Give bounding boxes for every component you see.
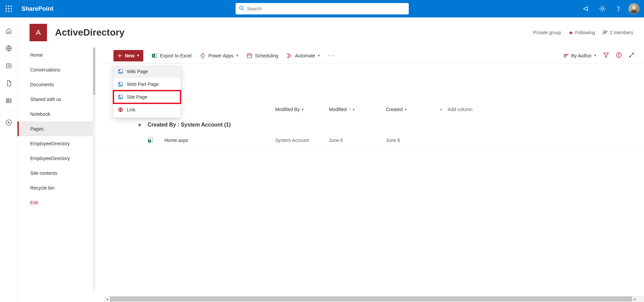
appbar-news[interactable] — [0, 57, 17, 74]
excel-icon: X — [151, 53, 157, 59]
appbar-create[interactable] — [0, 114, 17, 131]
site-header: A ActiveDirectory Private group ★ Follow… — [17, 17, 644, 48]
nav-item-shared-with-us[interactable]: Shared with us — [17, 92, 95, 107]
svg-point-5 — [11, 8, 12, 9]
chevron-down-icon[interactable]: ▾ — [137, 122, 142, 128]
appbar-home[interactable] — [0, 22, 17, 40]
nav-item-recycle-bin[interactable]: Recycle bin — [17, 181, 95, 195]
members-button[interactable]: 2 members — [602, 30, 633, 35]
site-title[interactable]: ActiveDirectory — [55, 27, 125, 38]
megaphone-icon — [583, 5, 590, 12]
scheduling-button[interactable]: Scheduling — [246, 53, 278, 59]
scroll-thumb[interactable] — [110, 297, 632, 301]
home-icon — [5, 28, 12, 34]
user-avatar[interactable] — [629, 3, 639, 14]
appbar-files[interactable] — [0, 74, 17, 92]
svg-rect-18 — [6, 99, 11, 103]
svg-point-13 — [632, 6, 636, 9]
search-icon — [239, 5, 244, 12]
suite-bar: SharePoint — [0, 0, 644, 17]
chevron-down-icon: ▾ — [318, 53, 320, 58]
appbar-global[interactable] — [0, 40, 17, 57]
megaphone-button[interactable] — [578, 0, 594, 17]
new-label: New — [125, 53, 135, 58]
help-button[interactable] — [610, 0, 627, 17]
table-row[interactable]: SHome.aspxSystem AccountJune 6June 6 — [101, 132, 644, 148]
automate-button[interactable]: Automate ▾ — [286, 53, 320, 59]
svg-point-25 — [603, 31, 605, 33]
appbar-lists[interactable] — [0, 92, 17, 109]
plus-circle-icon — [5, 119, 12, 126]
menu-item-label: Wiki Page — [127, 69, 148, 74]
nav-item-employeedirectory[interactable]: EmployeeDirectory — [17, 136, 95, 151]
col-modified-by-label: Modified By — [275, 107, 300, 112]
svg-point-11 — [601, 8, 603, 10]
nav-item-employeedirectory[interactable]: EmployeeDirectory — [17, 151, 95, 166]
nav-edit-link[interactable]: Edit — [17, 195, 95, 210]
nav-item-pages[interactable]: Pages — [17, 121, 95, 136]
svg-point-4 — [8, 8, 9, 9]
news-icon — [5, 62, 12, 69]
col-modified[interactable]: Modified ↑ ▾ — [329, 107, 386, 112]
menu-item-wiki-page[interactable]: Wiki Page — [113, 65, 181, 78]
expand-button[interactable] — [629, 52, 635, 59]
svg-point-3 — [6, 8, 7, 9]
search-box[interactable] — [236, 3, 409, 14]
info-button[interactable] — [616, 52, 622, 59]
command-bar: New ▾ X Export to Excel Power Apps ▾ Sch… — [101, 48, 644, 64]
nav-scroll-thumb[interactable] — [93, 48, 95, 95]
filter-button[interactable] — [603, 52, 609, 59]
svg-point-2 — [11, 6, 12, 7]
powerapps-button[interactable]: Power Apps ▾ — [200, 53, 238, 59]
star-filled-icon: ★ — [568, 30, 573, 36]
svg-point-7 — [8, 11, 9, 12]
nav-item-home[interactable]: Home — [17, 48, 95, 62]
col-modified-label: Modified — [329, 107, 347, 112]
sortby-label: By Author — [571, 53, 592, 58]
more-button[interactable]: ··· — [328, 52, 335, 59]
svg-rect-31 — [155, 53, 157, 58]
appbar-divider — [3, 111, 14, 112]
menu-item-site-page[interactable]: Site Page — [113, 91, 181, 103]
nav-item-conversations[interactable]: Conversations — [17, 62, 95, 77]
settings-button[interactable] — [594, 0, 610, 17]
add-column-button[interactable]: + Add column — [440, 107, 473, 112]
cell-name: Home.aspx — [164, 138, 275, 143]
plus-icon: + — [440, 107, 442, 112]
nav-item-documents[interactable]: Documents — [17, 77, 95, 92]
sort-icon — [564, 54, 568, 57]
svg-rect-47 — [118, 97, 122, 99]
scroll-left-button[interactable]: ◂ — [104, 296, 110, 302]
new-button[interactable]: New ▾ — [113, 50, 143, 61]
horizontal-scrollbar[interactable]: ◂ ▸ — [104, 296, 638, 302]
plus-icon — [117, 53, 122, 58]
site-logo[interactable]: A — [30, 24, 47, 41]
automate-label: Automate — [295, 53, 315, 58]
menu-item-label: Link — [127, 107, 136, 112]
following-button[interactable]: ★ Following — [568, 30, 595, 36]
export-excel-button[interactable]: X Export to Excel — [151, 53, 192, 59]
page-icon — [117, 68, 123, 74]
members-label: 2 members — [610, 30, 633, 35]
page-icon — [117, 94, 123, 100]
menu-item-link[interactable]: Link — [113, 103, 181, 116]
app-launcher-button[interactable] — [0, 0, 17, 17]
scroll-right-button[interactable]: ▸ — [632, 296, 638, 302]
col-created[interactable]: Created ▾ — [386, 107, 440, 112]
svg-point-6 — [6, 11, 7, 12]
gear-icon — [599, 5, 606, 12]
nav-scrollbar[interactable] — [93, 48, 95, 292]
nav-item-site-contents[interactable]: Site contents — [17, 166, 95, 181]
file-icon — [5, 80, 12, 87]
new-menu: Wiki PageWeb Part PageSite PageLink — [113, 64, 181, 117]
main-area: New ▾ X Export to Excel Power Apps ▾ Sch… — [101, 48, 644, 302]
nav-item-notebook[interactable]: Notebook — [17, 107, 95, 121]
svg-text:S: S — [149, 140, 150, 142]
brand-label[interactable]: SharePoint — [21, 5, 53, 12]
group-header[interactable]: ▾ Created By : System Account (1) — [101, 117, 644, 132]
sortby-button[interactable]: By Author ▾ — [564, 53, 596, 58]
menu-item-web-part-page[interactable]: Web Part Page — [113, 78, 181, 91]
col-modified-by[interactable]: Modified By ▾ — [275, 107, 329, 112]
menu-item-label: Site Page — [127, 94, 147, 100]
search-input[interactable] — [247, 6, 405, 11]
